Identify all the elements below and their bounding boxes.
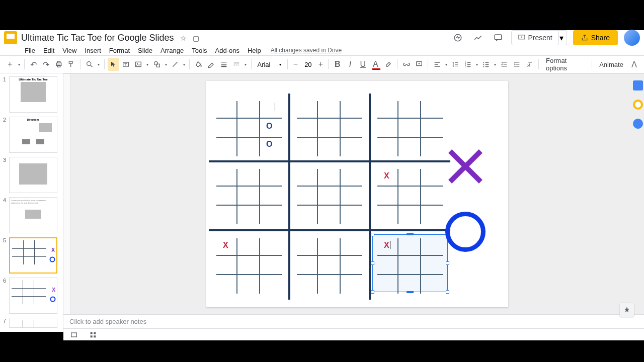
- small-grid-tc[interactable]: [294, 99, 365, 159]
- print-button[interactable]: [53, 58, 64, 71]
- shape-tool[interactable]: [151, 58, 163, 71]
- comment-icon[interactable]: [491, 31, 505, 45]
- share-button[interactable]: Share: [573, 30, 618, 45]
- thumbnail-2[interactable]: Directions: [9, 117, 57, 153]
- small-grid-br[interactable]: X: [375, 236, 445, 296]
- new-slide-button[interactable]: +: [4, 58, 16, 71]
- thumbnail-panel[interactable]: 1 Ultimate Tic Tac Toe 2 Directions: [0, 73, 63, 332]
- shape-dropdown[interactable]: ▾: [164, 62, 168, 67]
- document-title[interactable]: Ultimate Tic Tac Toe for Google Slides: [21, 33, 174, 43]
- textbox-tool[interactable]: [120, 58, 132, 71]
- mark-x[interactable]: X: [384, 171, 389, 180]
- clear-formatting-button[interactable]: [524, 58, 535, 71]
- small-grid-tl[interactable]: O O: [214, 99, 284, 159]
- big-x-piece[interactable]: [448, 149, 483, 184]
- menu-view[interactable]: View: [59, 46, 80, 55]
- fontsize-decrease[interactable]: −: [291, 60, 300, 69]
- line-tool[interactable]: [169, 58, 181, 71]
- mark-x[interactable]: X: [384, 241, 389, 250]
- border-color-button[interactable]: [205, 58, 217, 71]
- keep-icon[interactable]: [633, 100, 643, 110]
- slides-logo[interactable]: [4, 31, 17, 44]
- thumbnail-3[interactable]: [9, 157, 57, 193]
- move-icon[interactable]: ▢: [193, 34, 199, 42]
- present-dropdown[interactable]: ▾: [557, 30, 567, 45]
- filmstrip-view-icon[interactable]: [67, 328, 80, 341]
- redo-button[interactable]: ↷: [40, 58, 52, 71]
- grid-view-icon[interactable]: [87, 328, 100, 341]
- mark-x[interactable]: X: [223, 241, 228, 250]
- big-o-piece[interactable]: [445, 212, 486, 252]
- undo-button[interactable]: ↶: [28, 58, 39, 71]
- new-slide-dropdown[interactable]: ▾: [17, 62, 21, 67]
- canvas[interactable]: O O: [70, 74, 644, 314]
- format-options-button[interactable]: Format options: [542, 57, 589, 72]
- line-dropdown[interactable]: ▾: [182, 62, 186, 67]
- avatar[interactable]: [624, 30, 640, 46]
- speaker-notes[interactable]: Click to add speaker notes: [63, 314, 644, 328]
- text-color-button[interactable]: A: [370, 58, 381, 71]
- present-button[interactable]: Present: [511, 30, 558, 45]
- indent-decrease-button[interactable]: [499, 58, 510, 71]
- insert-link-button[interactable]: [400, 58, 412, 71]
- slide[interactable]: O O: [206, 81, 508, 307]
- align-dropdown[interactable]: ▾: [444, 62, 448, 67]
- numbered-list-dropdown[interactable]: ▾: [475, 62, 479, 67]
- calendar-icon[interactable]: [633, 80, 643, 90]
- activity-dashboard-icon[interactable]: [451, 31, 465, 45]
- small-grid-mc[interactable]: [294, 166, 365, 227]
- star-icon[interactable]: ☆: [180, 34, 187, 42]
- border-dash-dropdown[interactable]: ▾: [244, 62, 248, 67]
- menu-edit[interactable]: Edit: [40, 46, 58, 55]
- mark-o[interactable]: O: [266, 140, 272, 149]
- paint-format-button[interactable]: [65, 58, 77, 71]
- small-grid-ml[interactable]: [214, 166, 284, 227]
- select-tool[interactable]: [108, 58, 119, 71]
- bulleted-list-button[interactable]: [480, 58, 492, 71]
- font-family-select[interactable]: Arial▾: [254, 61, 284, 68]
- thumbnail-4[interactable]: Lorem ipsum dolor sit amet consectetur a…: [9, 197, 57, 233]
- menu-insert[interactable]: Insert: [81, 46, 105, 55]
- fill-color-button[interactable]: [193, 58, 204, 71]
- thumbnail-6[interactable]: X: [9, 278, 57, 314]
- menu-slide[interactable]: Slide: [134, 46, 156, 55]
- bulleted-list-dropdown[interactable]: ▾: [493, 62, 498, 67]
- save-status[interactable]: All changes saved in Drive: [271, 47, 342, 54]
- align-button[interactable]: [431, 58, 443, 71]
- border-weight-button[interactable]: [218, 58, 229, 71]
- small-grid-tr[interactable]: [375, 99, 445, 159]
- small-grid-mr[interactable]: X: [375, 166, 445, 227]
- zoom-dropdown[interactable]: ▾: [97, 62, 101, 67]
- menu-help[interactable]: Help: [244, 46, 265, 55]
- fontsize-increase[interactable]: +: [316, 60, 325, 69]
- animate-button[interactable]: Animate: [595, 61, 627, 68]
- line-spacing-button[interactable]: [449, 58, 461, 71]
- thumbnail-1[interactable]: Ultimate Tic Tac Toe: [9, 76, 57, 113]
- menu-arrange[interactable]: Arrange: [157, 46, 187, 55]
- zoom-button[interactable]: [84, 58, 96, 71]
- vertical-ruler[interactable]: [63, 74, 70, 314]
- bold-button[interactable]: B: [332, 58, 343, 71]
- indent-increase-button[interactable]: [511, 58, 523, 71]
- menu-tools[interactable]: Tools: [188, 46, 210, 55]
- menu-addons[interactable]: Add-ons: [212, 46, 243, 55]
- small-grid-bc[interactable]: [294, 236, 365, 296]
- collapse-toolbar-button[interactable]: ᐱ: [628, 58, 640, 71]
- image-dropdown[interactable]: ▾: [145, 62, 150, 67]
- italic-button[interactable]: I: [344, 58, 356, 71]
- thumbnail-7[interactable]: [9, 318, 57, 328]
- highlight-color-button[interactable]: [382, 58, 394, 71]
- menu-format[interactable]: Format: [106, 46, 133, 55]
- numbered-list-button[interactable]: 123: [462, 58, 473, 71]
- insert-comment-button[interactable]: [413, 58, 425, 71]
- thumbnail-5[interactable]: X: [9, 237, 57, 274]
- image-tool[interactable]: [133, 58, 144, 71]
- fontsize-input[interactable]: [301, 61, 315, 68]
- tasks-icon[interactable]: [633, 119, 643, 129]
- mark-o[interactable]: O: [266, 122, 272, 131]
- underline-button[interactable]: U: [357, 58, 369, 71]
- menu-file[interactable]: File: [21, 46, 39, 55]
- trend-icon[interactable]: [471, 31, 485, 45]
- border-dash-button[interactable]: [231, 58, 243, 71]
- explore-button[interactable]: [620, 303, 634, 317]
